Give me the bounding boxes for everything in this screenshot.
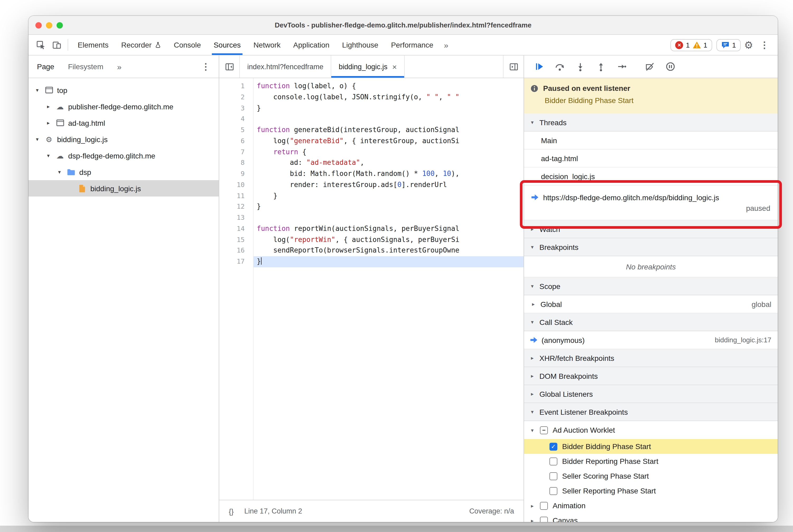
checkbox-unchecked[interactable]	[549, 487, 558, 495]
line-number[interactable]: 1	[219, 81, 253, 92]
pause-on-exceptions-icon[interactable]	[661, 59, 679, 75]
line-number[interactable]: 15	[219, 234, 253, 245]
deactivate-breakpoints-icon[interactable]	[641, 59, 658, 75]
tree-collapsed-icon[interactable]: ▸	[45, 103, 52, 109]
resume-icon[interactable]	[530, 59, 548, 75]
tab-sources[interactable]: Sources	[207, 35, 247, 55]
file-tab-index-html-fencedframe[interactable]: index.html?fencedframe	[240, 55, 331, 78]
code-editor[interactable]: 1function log(label, o) {2 console.log(l…	[219, 78, 524, 500]
line-number[interactable]: 9	[219, 169, 253, 179]
group-expanded-icon[interactable]: ▾	[529, 427, 535, 433]
checkbox-unchecked[interactable]	[540, 516, 548, 522]
device-toolbar-icon[interactable]	[49, 37, 64, 53]
close-tab-icon[interactable]: ×	[392, 62, 397, 71]
tree-collapsed-icon[interactable]: ▸	[45, 120, 52, 126]
section-global-listeners[interactable]: ▸ Global Listeners	[524, 385, 778, 403]
breakpoint-group-animation[interactable]: ▸Animation	[524, 498, 778, 513]
breakpoint-group-canvas[interactable]: ▸Canvas	[524, 513, 778, 522]
breakpoint-item-bidder-bidding-phase-start[interactable]: ✓Bidder Bidding Phase Start	[524, 439, 778, 454]
line-number[interactable]: 6	[219, 136, 253, 147]
section-scope[interactable]: ▾ Scope	[524, 277, 778, 295]
tab-elements[interactable]: Elements	[71, 35, 115, 55]
step-out-icon[interactable]	[592, 59, 610, 75]
checkbox-unchecked[interactable]	[549, 457, 558, 465]
line-number[interactable]: 12	[219, 202, 253, 213]
main-kebab-menu-icon[interactable]: ⋮	[757, 37, 772, 53]
editor-more-icon[interactable]	[503, 55, 524, 78]
line-number[interactable]: 13	[219, 212, 253, 224]
tab-recorder[interactable]: Recorder	[115, 35, 168, 55]
tree-item-top[interactable]: ▾top	[29, 82, 219, 98]
thread-ad-tag-html[interactable]: ad-tag.html	[524, 150, 778, 168]
navigator-kebab-menu-icon[interactable]: ⋮	[201, 61, 210, 72]
tree-expanded-icon[interactable]: ▾	[56, 169, 63, 175]
line-number[interactable]: 8	[219, 158, 253, 169]
tree-expanded-icon[interactable]: ▾	[45, 153, 52, 158]
tab-application[interactable]: Application	[287, 35, 336, 55]
more-panels-button[interactable]: »	[439, 40, 453, 50]
group-collapsed-icon[interactable]: ▸	[529, 503, 535, 509]
zoom-button[interactable]	[57, 22, 63, 28]
line-number[interactable]: 7	[219, 147, 253, 158]
section-event-listener-breakpoints[interactable]: ▾ Event Listener Breakpoints	[524, 403, 778, 421]
tree-item-ad-tag-html[interactable]: ▸ad-tag.html	[29, 115, 219, 131]
group-collapsed-icon[interactable]: ▸	[529, 517, 535, 522]
checkbox-checked[interactable]: ✓	[549, 442, 558, 450]
tab-filesystem[interactable]: Filesystem	[68, 62, 103, 71]
close-button[interactable]	[35, 22, 42, 28]
line-number[interactable]: 14	[219, 224, 253, 234]
call-stack-frame[interactable]: (anonymous) bidding_logic.js:17	[524, 331, 778, 349]
checkbox-indeterminate[interactable]: −	[540, 426, 548, 434]
breakpoint-item-seller-reporting-phase-start[interactable]: Seller Reporting Phase Start	[524, 483, 778, 498]
breakpoint-item-bidder-reporting-phase-start[interactable]: Bidder Reporting Phase Start	[524, 454, 778, 469]
line-number[interactable]: 17	[219, 256, 253, 267]
tree-item-dsp[interactable]: ▾dsp	[29, 164, 219, 180]
tab-lighthouse[interactable]: Lighthouse	[336, 35, 384, 55]
tab-performance[interactable]: Performance	[384, 35, 439, 55]
line-number[interactable]: 10	[219, 179, 253, 191]
line-number[interactable]: 3	[219, 103, 253, 114]
tree-item-publisher-fledge-demo-glitch-me[interactable]: ▸☁publisher-fledge-demo.glitch.me	[29, 98, 219, 115]
more-navigator-tabs-button[interactable]: »	[117, 62, 121, 71]
tab-console[interactable]: Console	[168, 35, 207, 55]
breakpoint-group-ad-auction-worklet[interactable]: ▾−Ad Auction Worklet	[524, 421, 778, 439]
tab-label: Recorder	[121, 41, 152, 49]
tab-network[interactable]: Network	[247, 35, 287, 55]
thread-https-dsp-fledge-demo-glitch-me-dsp-bidding-logic-js[interactable]: https://dsp-fledge-demo.glitch.me/dsp/bi…	[524, 186, 778, 220]
section-watch[interactable]: ▸ Watch	[524, 220, 778, 238]
section-threads[interactable]: ▾ Threads	[524, 114, 778, 132]
toggle-navigator-icon[interactable]	[219, 55, 240, 78]
tree-item-dsp-fledge-demo-glitch-me[interactable]: ▾☁dsp-fledge-demo.glitch.me	[29, 147, 219, 164]
settings-gear-icon[interactable]: ⚙	[741, 37, 757, 53]
line-number[interactable]: 5	[219, 125, 253, 136]
step-over-icon[interactable]	[551, 59, 568, 75]
breakpoint-item-seller-scoring-phase-start[interactable]: Seller Scoring Phase Start	[524, 469, 778, 483]
thread-main[interactable]: Main	[524, 132, 778, 150]
section-dom-breakpoints[interactable]: ▸ DOM Breakpoints	[524, 367, 778, 385]
line-number[interactable]: 16	[219, 245, 253, 256]
issues-badge[interactable]: 1	[716, 39, 741, 51]
tree-item-bidding-logic-js[interactable]: ▾⚙bidding_logic.js	[29, 131, 219, 147]
tree-expanded-icon[interactable]: ▾	[34, 87, 41, 93]
file-tab-bidding-logic-js[interactable]: bidding_logic.js×	[331, 55, 405, 78]
console-message-badges[interactable]: × 1 1	[671, 39, 712, 51]
minimize-button[interactable]	[46, 22, 52, 28]
line-number[interactable]: 4	[219, 114, 253, 125]
line-number[interactable]: 2	[219, 92, 253, 103]
line-number[interactable]: 11	[219, 190, 253, 202]
thread-decision-logic-js[interactable]: decision_logic.js	[524, 168, 778, 186]
tab-page[interactable]: Page	[37, 62, 54, 71]
step-icon[interactable]	[613, 59, 630, 75]
section-xhr-breakpoints[interactable]: ▸ XHR/fetch Breakpoints	[524, 349, 778, 367]
inspect-icon[interactable]	[33, 37, 49, 53]
step-into-icon[interactable]	[572, 59, 589, 75]
toolbar-divider	[68, 39, 68, 51]
tree-expanded-icon[interactable]: ▾	[34, 136, 41, 142]
section-call-stack[interactable]: ▾ Call Stack	[524, 313, 778, 331]
checkbox-unchecked[interactable]	[549, 472, 558, 480]
section-breakpoints[interactable]: ▾ Breakpoints	[524, 238, 778, 256]
scope-row-global[interactable]: ▸ Global global	[524, 295, 778, 313]
pretty-print-icon[interactable]: {}	[229, 507, 234, 515]
checkbox-unchecked[interactable]	[540, 501, 548, 510]
tree-item-bidding-logic-js[interactable]: bidding_logic.js	[29, 180, 219, 196]
